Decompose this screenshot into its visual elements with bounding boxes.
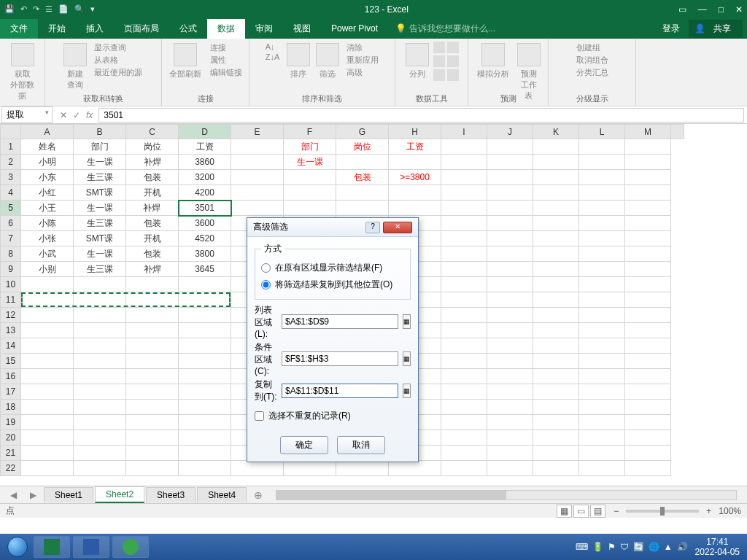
range-picker-icon[interactable]: ▦ [403, 384, 411, 398]
dialog-close-button[interactable]: ✕ [383, 222, 412, 233]
cell[interactable] [284, 201, 336, 216]
cell[interactable] [579, 369, 625, 384]
start-button[interactable] [3, 535, 32, 559]
cell[interactable] [74, 446, 126, 461]
cell[interactable] [579, 461, 625, 476]
cell[interactable]: 4520 [179, 231, 231, 246]
tell-me-search[interactable]: 💡告诉我您想要做什么... [395, 23, 495, 35]
qat-dropdown-icon[interactable]: ▾ [90, 4, 95, 14]
cell[interactable] [533, 354, 579, 369]
cell[interactable] [74, 430, 126, 446]
cell[interactable]: 生一课 [74, 201, 126, 216]
taskbar-excel-button[interactable] [34, 536, 70, 558]
cell[interactable]: 开机 [126, 185, 179, 201]
ok-button[interactable]: 确定 [280, 436, 328, 454]
row-header[interactable]: 10 [1, 277, 21, 292]
cell[interactable] [179, 461, 231, 476]
cell[interactable] [487, 246, 533, 262]
get-external-data-icon[interactable] [11, 43, 34, 66]
undo-icon[interactable]: ↶ [20, 4, 27, 14]
cell[interactable]: 小陈 [21, 216, 74, 231]
view-buttons[interactable]: ▦▭▤ [556, 506, 606, 516]
close-icon[interactable]: ✕ [735, 4, 743, 15]
cell[interactable] [441, 231, 487, 246]
row-header[interactable]: 22 [1, 461, 21, 476]
cell[interactable] [21, 292, 74, 308]
cell[interactable] [487, 231, 533, 246]
cell[interactable]: SMT课 [74, 185, 126, 201]
cell[interactable] [441, 384, 487, 400]
cell[interactable] [533, 201, 579, 216]
tab-data[interactable]: 数据 [207, 19, 245, 39]
cell[interactable] [74, 415, 126, 430]
column-header[interactable] [1, 125, 21, 139]
cell[interactable] [579, 246, 625, 262]
cell[interactable] [179, 430, 231, 446]
cell[interactable] [533, 461, 579, 476]
cell[interactable]: 补焊 [126, 201, 179, 216]
cell[interactable]: 3600 [179, 216, 231, 231]
cell[interactable] [441, 185, 487, 201]
cell[interactable] [487, 201, 533, 216]
cell[interactable] [231, 461, 284, 476]
sheet-tab[interactable]: Sheet1 [44, 487, 93, 502]
sort-icon[interactable] [287, 43, 310, 66]
cell[interactable] [126, 308, 179, 323]
cell[interactable] [533, 323, 579, 338]
cell[interactable] [74, 292, 126, 308]
row-header[interactable]: 20 [1, 430, 21, 446]
cell[interactable] [625, 384, 671, 400]
row-header[interactable]: 6 [1, 216, 21, 231]
row-header[interactable]: 3 [1, 170, 21, 185]
zoom-level[interactable]: 100% [719, 506, 741, 516]
formula-bar[interactable]: 3501 [98, 108, 744, 122]
cell[interactable] [126, 430, 179, 446]
cell[interactable] [625, 231, 671, 246]
recent-sources-button[interactable]: 最近使用的源 [91, 66, 145, 79]
enter-formula-icon[interactable]: ✓ [73, 110, 80, 120]
cell[interactable] [487, 170, 533, 185]
tool-icon[interactable] [433, 55, 445, 67]
cell[interactable] [126, 277, 179, 292]
cell[interactable] [625, 400, 671, 415]
cell[interactable] [625, 201, 671, 216]
zoom-slider[interactable] [626, 510, 699, 513]
row-header[interactable]: 9 [1, 262, 21, 277]
cell[interactable]: 包装 [126, 170, 179, 185]
cell[interactable]: 岗位 [336, 139, 389, 155]
filter-icon[interactable] [316, 43, 339, 66]
cell[interactable] [231, 170, 284, 185]
cell[interactable] [533, 185, 579, 201]
row-header[interactable]: 12 [1, 308, 21, 323]
cell[interactable] [625, 139, 671, 155]
cell[interactable]: 岗位 [126, 139, 179, 155]
cell[interactable] [579, 185, 625, 201]
cell[interactable] [441, 216, 487, 231]
cell[interactable] [579, 323, 625, 338]
cell[interactable]: 小明 [21, 155, 74, 170]
cell[interactable] [533, 262, 579, 277]
cell[interactable] [487, 461, 533, 476]
cell[interactable]: 生一课 [74, 155, 126, 170]
row-header[interactable]: 2 [1, 155, 21, 170]
cell[interactable] [441, 338, 487, 354]
cell[interactable]: SMT课 [74, 231, 126, 246]
cell[interactable]: 小红 [21, 185, 74, 201]
tab-page-layout[interactable]: 页面布局 [114, 19, 169, 39]
tool-icon[interactable] [433, 69, 445, 81]
cell[interactable]: 4200 [179, 185, 231, 201]
minimize-icon[interactable]: — [698, 4, 707, 15]
row-header[interactable]: 15 [1, 354, 21, 369]
cell[interactable] [579, 415, 625, 430]
refresh-all-icon[interactable] [174, 43, 197, 66]
cell[interactable] [533, 277, 579, 292]
tool-icon[interactable] [447, 42, 459, 53]
cell[interactable]: 包装 [126, 216, 179, 231]
cell[interactable] [179, 446, 231, 461]
cell[interactable] [441, 446, 487, 461]
cell[interactable] [441, 277, 487, 292]
cell[interactable] [579, 430, 625, 446]
new-query-icon[interactable] [63, 43, 87, 66]
cell[interactable] [126, 415, 179, 430]
row-header[interactable]: 16 [1, 369, 21, 384]
